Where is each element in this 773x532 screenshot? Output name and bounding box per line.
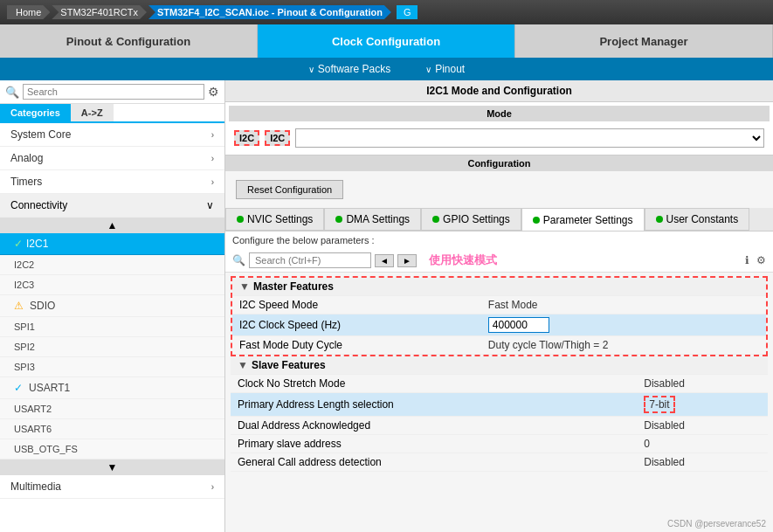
nav-analog[interactable]: Analog › [0,147,224,170]
i2c1-check-icon: ✓ [14,238,23,250]
nav-usart1[interactable]: ✓ USART1 [0,377,224,399]
param-search-input[interactable] [249,252,371,268]
breadcrumb-device[interactable]: STM32F401RCTx [52,5,147,19]
clock-speed-input[interactable] [488,317,549,333]
param-value: Fast Mode [481,296,766,314]
table-row[interactable]: Fast Mode Duty Cycle Duty cycle Tlow/Thi… [232,336,766,355]
config-section: Configuration Reset Configuration NVIC S… [225,155,773,532]
table-row[interactable]: I2C Clock Speed (Hz) [232,314,766,336]
table-row[interactable]: Dual Address Acknowledged Disabled [231,417,768,435]
tab-gpio-settings[interactable]: GPIO Settings [421,208,521,231]
gpio-dot-icon [432,216,439,223]
tab-user-constants[interactable]: User Constants [645,208,750,231]
nvic-settings-label: NVIC Settings [247,213,313,225]
nav-i2c3[interactable]: I2C3 [0,275,224,295]
gear-button[interactable]: ⚙ [208,85,219,99]
reset-config-button[interactable]: Reset Configuration [236,180,343,199]
param-name: I2C Speed Mode [232,296,481,314]
search-icon: 🔍 [5,86,19,99]
tab-clock-config[interactable]: Clock Configuration [258,24,515,58]
param-search-icon: 🔍 [232,254,245,266]
connectivity-arrow: ∨ [206,199,214,211]
param-value [481,314,766,336]
mode-label: Mode [229,106,770,121]
mode-select[interactable]: I2C SMBus-Alert-mode SMBus-Two-Wire-Inte… [295,128,764,148]
timers-label: Timers [10,176,42,188]
tab-parameter-settings[interactable]: Parameter Settings [521,208,645,231]
multimedia-arrow: › [211,482,214,492]
sdio-label: SDIO [30,300,55,312]
table-row[interactable]: General Call address detection Disabled [231,453,768,472]
nvic-dot-icon [237,216,244,223]
nav-spi1[interactable]: SPI1 [0,317,224,337]
tab-az[interactable]: A->Z [71,104,114,121]
tab-dma-settings[interactable]: DMA Settings [324,208,421,231]
category-tabs: Categories A->Z [0,104,224,123]
breadcrumb-extra[interactable]: G [397,5,418,19]
param-value: 7-bit [637,393,768,417]
sub-tab-pinout[interactable]: ∨ Pinout [425,63,465,75]
param-value: 0 [637,435,768,453]
config-label: Configuration [225,155,773,171]
nav-usart2[interactable]: USART2 [0,399,224,419]
sub-tab-software-packs[interactable]: ∨ Software Packs [308,63,390,75]
nav-usb-otg-fs[interactable]: USB_OTG_FS [0,439,224,459]
param-value: Disabled [637,417,768,435]
nav-sdio[interactable]: ⚠ SDIO [0,295,224,317]
nav-timers[interactable]: Timers › [0,170,224,194]
settings-gear-icon[interactable]: ⚙ [756,254,766,266]
table-row[interactable]: I2C Speed Mode Fast Mode [232,296,766,314]
analog-label: Analog [10,152,43,164]
timers-arrow: › [211,177,214,187]
info-icon[interactable]: ℹ [745,254,749,266]
nav-usart6[interactable]: USART6 [0,419,224,439]
mode-badge-i2c1: I2C [234,130,259,146]
top-tabs: Pinout & Configuration Clock Configurati… [0,24,773,58]
master-collapse-icon[interactable]: ▼ [239,280,250,293]
multimedia-label: Multimedia [10,480,61,493]
i2c1-label: I2C1 [26,238,48,250]
table-row[interactable]: Clock No Stretch Mode Disabled [231,375,768,393]
breadcrumb-file[interactable]: STM32F4_I2C_SCAN.ioc - Pinout & Configur… [148,5,391,19]
param-name: Fast Mode Duty Cycle [232,336,481,355]
nav-multimedia[interactable]: Multimedia › [0,475,224,499]
nav-connectivity[interactable]: Connectivity ∨ [0,194,224,218]
nav-spi2[interactable]: SPI2 [0,337,224,357]
tab-pinout-config[interactable]: Pinout & Configuration [0,24,258,58]
param-next-btn[interactable]: ► [397,254,417,267]
nav-i2c1[interactable]: ✓ I2C1 [0,233,224,255]
address-length-badge: 7-bit [644,396,674,413]
param-search-bar: 🔍 ◄ ► 使用快速模式 ℹ ⚙ [225,249,773,273]
usart1-label: USART1 [29,382,70,394]
dma-dot-icon [335,216,342,223]
usart1-check-icon: ✓ [14,382,23,394]
breadcrumb-home[interactable]: Home [7,5,50,19]
tab-nvic-settings[interactable]: NVIC Settings [225,208,324,231]
right-panel: I2C1 Mode and Configuration Mode I2C I2C… [225,80,773,532]
scroll-down-btn[interactable]: ▼ [0,459,224,475]
parameter-settings-label: Parameter Settings [543,214,633,226]
connectivity-label: Connectivity [10,199,67,211]
param-name: Primary Address Length selection [231,393,637,417]
mode-section: Mode I2C I2C I2C SMBus-Alert-mode SMBus-… [225,102,773,155]
tab-categories[interactable]: Categories [0,104,71,121]
nav-spi3[interactable]: SPI3 [0,357,224,377]
search-input[interactable] [23,84,204,100]
nav-i2c2[interactable]: I2C2 [0,255,224,275]
gpio-settings-label: GPIO Settings [443,213,510,225]
param-name: Primary slave address [231,435,637,453]
slave-collapse-icon[interactable]: ▼ [238,359,248,371]
nav-system-core[interactable]: System Core › [0,123,224,147]
tab-project-manager[interactable]: Project Manager [515,24,773,58]
table-row[interactable]: Primary Address Length selection 7-bit [231,393,768,417]
param-value: Duty cycle Tlow/Thigh = 2 [481,336,766,355]
scroll-up-btn[interactable]: ▲ [0,218,224,233]
left-panel: 🔍 ⚙ Categories A->Z System Core › Analog… [0,80,225,532]
table-row[interactable]: Primary slave address 0 [231,435,768,453]
param-name: Dual Address Acknowledged [231,417,637,435]
breadcrumb: Home STM32F401RCTx STM32F4_I2C_SCAN.ioc … [0,0,773,24]
watermark: CSDN @perseverance52 [667,519,766,529]
pinout-label: Pinout [435,63,465,75]
nav-section: System Core › Analog › Timers › Connecti… [0,123,224,499]
param-prev-btn[interactable]: ◄ [375,254,394,267]
